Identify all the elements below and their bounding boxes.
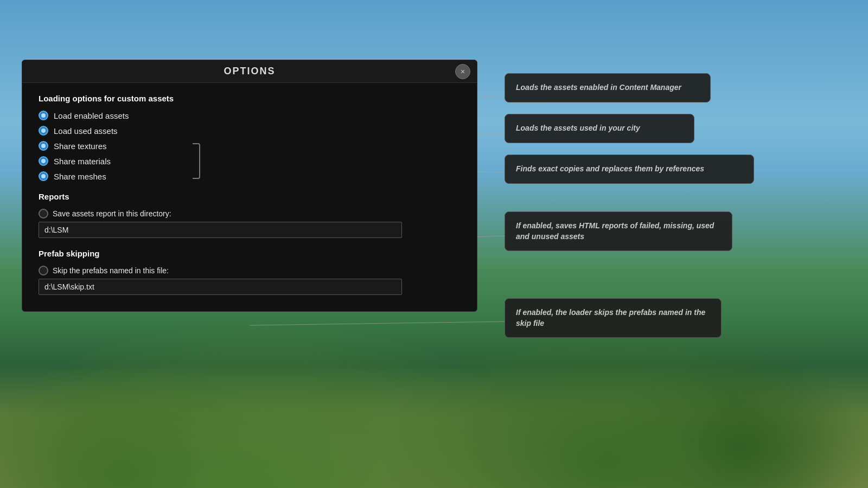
tooltip-prefab: If enabled, the loader skips the prefabs… — [505, 298, 722, 338]
share-materials-label: Share materials — [54, 157, 111, 166]
tooltip-used-text: Loads the assets used in your city — [516, 124, 640, 132]
radio-inner-5 — [41, 174, 46, 178]
prefab-section: Prefab skipping Skip the prefabs named i… — [39, 249, 461, 295]
prefab-checkbox[interactable] — [39, 266, 48, 275]
prefab-form-group: Skip the prefabs named in this file: — [39, 266, 461, 295]
reports-section: Reports Save assets report in this direc… — [39, 192, 461, 238]
tooltip-enabled-text: Loads the assets enabled in Content Mana… — [516, 83, 681, 92]
tooltip-share: Finds exact copies and replaces them by … — [505, 155, 754, 184]
radio-inner — [41, 113, 46, 118]
reports-label-row[interactable]: Save assets report in this directory: — [39, 209, 461, 219]
share-meshes-label: Share meshes — [54, 172, 106, 181]
load-used-label: Load used assets — [54, 126, 118, 136]
dialog-title: OPTIONS — [224, 66, 275, 77]
prefab-label: Skip the prefabs named in this file: — [53, 266, 169, 275]
radio-inner-2 — [41, 129, 46, 133]
load-used-row[interactable]: Load used assets — [39, 126, 461, 136]
close-icon: × — [461, 67, 465, 76]
share-materials-row[interactable]: Share materials — [39, 156, 461, 166]
tooltip-prefab-text: If enabled, the loader skips the prefabs… — [516, 308, 705, 328]
loading-section-title: Loading options for custom assets — [39, 94, 461, 103]
reports-section-title: Reports — [39, 192, 461, 201]
options-dialog: OPTIONS × Loading options for custom ass… — [22, 60, 477, 312]
close-button[interactable]: × — [455, 64, 470, 79]
radio-inner-4 — [41, 159, 46, 163]
reports-checkbox[interactable] — [39, 209, 48, 219]
share-textures-label: Share textures — [54, 142, 107, 151]
share-materials-radio[interactable] — [39, 156, 48, 166]
reports-directory-input[interactable] — [39, 222, 402, 238]
load-enabled-label: Load enabled assets — [54, 111, 129, 120]
load-used-radio[interactable] — [39, 126, 48, 136]
tooltip-enabled-assets: Loads the assets enabled in Content Mana… — [505, 73, 711, 102]
share-textures-radio[interactable] — [39, 141, 48, 151]
reports-form-group: Save assets report in this directory: — [39, 209, 461, 238]
dialog-titlebar: OPTIONS × — [22, 60, 477, 83]
load-enabled-radio[interactable] — [39, 111, 48, 120]
dialog-body: Loading options for custom assets Load e… — [22, 83, 477, 311]
radio-inner-3 — [41, 144, 46, 148]
prefab-file-input[interactable] — [39, 279, 402, 295]
share-meshes-radio[interactable] — [39, 171, 48, 181]
prefab-label-row[interactable]: Skip the prefabs named in this file: — [39, 266, 461, 275]
tooltip-share-text: Finds exact copies and replaces them by … — [516, 164, 704, 173]
loading-section: Loading options for custom assets Load e… — [39, 94, 461, 181]
share-textures-row[interactable]: Share textures — [39, 141, 461, 151]
tooltip-used-assets: Loads the assets used in your city — [505, 114, 694, 143]
tooltip-reports-text: If enabled, saves HTML reports of failed… — [516, 221, 714, 241]
share-meshes-row[interactable]: Share meshes — [39, 171, 461, 181]
share-bracket — [193, 143, 200, 179]
load-enabled-row[interactable]: Load enabled assets — [39, 111, 461, 120]
tooltip-reports: If enabled, saves HTML reports of failed… — [505, 211, 732, 251]
prefab-section-title: Prefab skipping — [39, 249, 461, 258]
reports-label: Save assets report in this directory: — [53, 209, 171, 218]
